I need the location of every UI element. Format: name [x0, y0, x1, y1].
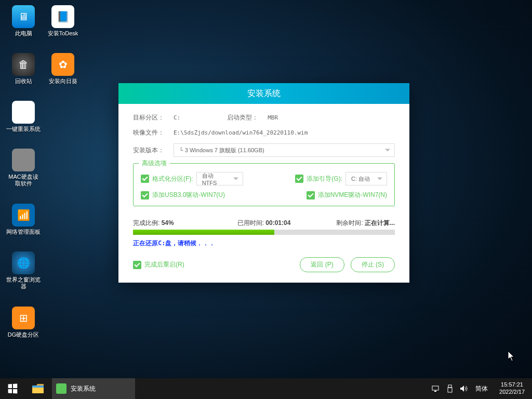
usb-checkbox[interactable]: [141, 191, 149, 200]
boot-type-value: MBR: [268, 114, 278, 121]
clock-date: 2022/2/17: [499, 389, 525, 396]
advanced-options-fieldset: 高级选项 格式化分区(F): 自动 NTFS 添加引导(G): C: 自动: [133, 163, 395, 206]
usb-tray-icon[interactable]: [447, 384, 453, 393]
clock[interactable]: 15:57:21 2022/2/17: [495, 381, 529, 396]
chevron-down-icon: [385, 149, 390, 152]
taskbar: 安装系统 简体 15:57:21 2022/2/17: [0, 378, 532, 399]
desktop-icon-label: 世界之窗浏览器: [6, 276, 41, 290]
installer-body: 目标分区： C: 启动类型： MBR 映像文件： E:\SdsZjds/down…: [118, 104, 409, 283]
desktop-icon-label: 回收站: [15, 78, 32, 85]
windows-logo-icon: [8, 384, 18, 394]
installer-window: 安装系统 目标分区： C: 启动类型： MBR 映像文件： E:\SdsZjds…: [118, 83, 409, 283]
adv-row-1: 格式化分区(F): 自动 NTFS 添加引导(G): C: 自动: [141, 172, 387, 185]
desktop-icon-sunflower[interactable]: ✿安装向日葵: [45, 52, 81, 86]
format-select[interactable]: 自动 NTFS: [196, 172, 243, 185]
usb-label: 添加USB3.0驱动-WIN7(U): [152, 191, 225, 200]
svg-rect-4: [448, 385, 451, 388]
reboot-checkbox[interactable]: [133, 261, 141, 269]
adv-row-2: 添加USB3.0驱动-WIN7(U) 添加NVME驱动-WIN7(N): [141, 191, 387, 200]
desktop-icon-label: 一键重装系统: [6, 126, 41, 132]
start-button[interactable]: [0, 378, 25, 399]
nvme-checkbox[interactable]: [307, 191, 315, 200]
boot-type-label: 启动类型：: [227, 113, 268, 122]
desktop-icon-reinstall[interactable]: ↻一键重装系统: [5, 100, 42, 134]
format-label: 格式化分区(F):: [152, 175, 193, 183]
install-version-value: └ 3 Windows 7 旗舰版 (11.60GB): [179, 147, 264, 154]
macdisk-icon: [12, 149, 35, 171]
status-text: 正在还原C:盘，请稍候．．．: [133, 239, 395, 248]
back-button[interactable]: 返回 (P): [300, 257, 344, 272]
desktop-icon-label: 网络管理面板: [6, 229, 41, 235]
target-partition-value: C:: [174, 114, 180, 121]
browser-icon: 🌐: [12, 251, 35, 274]
desktop-icon-this-pc[interactable]: 🖥此电脑: [5, 4, 42, 38]
svg-rect-1: [32, 385, 44, 388]
usb-option: 添加USB3.0驱动-WIN7(U): [141, 191, 225, 200]
taskbar-app-installer[interactable]: 安装系统: [52, 378, 135, 399]
boot-add-option: 添加引导(G): C: 自动: [295, 172, 387, 185]
nvme-option: 添加NVME驱动-WIN7(N): [307, 191, 387, 200]
svg-rect-5: [448, 388, 452, 392]
network-icon: 📶: [12, 204, 35, 227]
desktop-icon-macdisk[interactable]: MAC硬盘读取软件: [5, 148, 42, 188]
target-partition-label: 目标分区：: [133, 113, 174, 122]
image-file-label: 映像文件：: [133, 128, 174, 137]
remain-time: 剩余时间: 正在计算...: [308, 219, 395, 228]
clock-time: 15:57:21: [499, 381, 525, 389]
sunflower-icon: ✿: [51, 53, 74, 76]
progress-bar: [133, 230, 395, 235]
desktop-icon-label: 安装ToDesk: [48, 30, 78, 37]
boot-add-value: C: 自动: [351, 175, 370, 183]
progress-pct: 完成比例: 54%: [133, 219, 220, 228]
installer-title: 安装系统: [118, 83, 409, 104]
desktop-icon-network[interactable]: 📶网络管理面板: [5, 203, 42, 236]
taskbar-app-label: 安装系统: [71, 384, 96, 393]
app-icon: [56, 383, 66, 394]
chevron-down-icon: [377, 178, 382, 180]
desktop-icon-label: 安装向日葵: [49, 78, 77, 85]
reboot-label: 完成后重启(R): [144, 260, 184, 269]
format-checkbox[interactable]: [141, 175, 149, 183]
desktop-icon-recycle[interactable]: 🗑回收站: [5, 52, 42, 86]
recycle-icon: 🗑: [12, 53, 35, 76]
volume-tray-icon[interactable]: [460, 385, 468, 392]
desktop-icon-dg[interactable]: ⊞DG硬盘分区: [5, 305, 42, 339]
install-version-select[interactable]: └ 3 Windows 7 旗舰版 (11.60GB): [174, 143, 395, 157]
row-target: 目标分区： C: 启动类型： MBR: [133, 113, 395, 122]
todesk-icon: 📘: [51, 5, 74, 28]
bottom-row: 完成后重启(R) 返回 (P) 停止 (S): [133, 257, 395, 272]
row-image: 映像文件： E:\SdsZjds/download/win764_2022011…: [133, 128, 395, 137]
image-file-value: E:\SdsZjds/download/win764_20220110.wim: [174, 129, 308, 136]
system-tray: 简体 15:57:21 2022/2/17: [432, 378, 532, 399]
boot-add-checkbox[interactable]: [295, 175, 303, 183]
desktop-icon-browser[interactable]: 🌐世界之窗浏览器: [5, 250, 42, 291]
reinstall-icon: ↻: [12, 101, 35, 124]
advanced-options-legend: 高级选项: [139, 159, 170, 168]
desktop-icon-label: 此电脑: [15, 30, 32, 37]
chevron-down-icon: [233, 178, 238, 180]
desktop-icon-label: DG硬盘分区: [8, 331, 39, 338]
network-tray-icon[interactable]: [432, 385, 440, 392]
stop-button[interactable]: 停止 (S): [351, 257, 395, 272]
svg-rect-2: [432, 386, 438, 390]
file-explorer-icon[interactable]: [25, 378, 51, 399]
ime-indicator[interactable]: 简体: [475, 384, 488, 393]
nvme-label: 添加NVME驱动-WIN7(N): [318, 191, 387, 200]
boot-add-select[interactable]: C: 自动: [345, 172, 387, 185]
boot-add-label: 添加引导(G):: [307, 175, 342, 183]
desktop-icon-label: MAC硬盘读取软件: [6, 174, 41, 187]
svg-rect-3: [434, 391, 436, 392]
desktop-icon-todesk[interactable]: 📘安装ToDesk: [45, 4, 81, 38]
format-value: 自动 NTFS: [202, 172, 228, 186]
format-option: 格式化分区(F): 自动 NTFS: [141, 172, 243, 185]
row-version: 安装版本： └ 3 Windows 7 旗舰版 (11.60GB): [133, 143, 395, 157]
dg-icon: ⊞: [12, 307, 35, 329]
cursor-icon: [508, 351, 515, 362]
elapsed-time: 已用时间: 00:01:04: [220, 219, 308, 228]
install-version-label: 安装版本：: [133, 146, 174, 155]
progress-fill: [133, 230, 274, 235]
progress-info: 完成比例: 54% 已用时间: 00:01:04 剩余时间: 正在计算...: [133, 219, 395, 228]
this-pc-icon: 🖥: [12, 5, 35, 28]
